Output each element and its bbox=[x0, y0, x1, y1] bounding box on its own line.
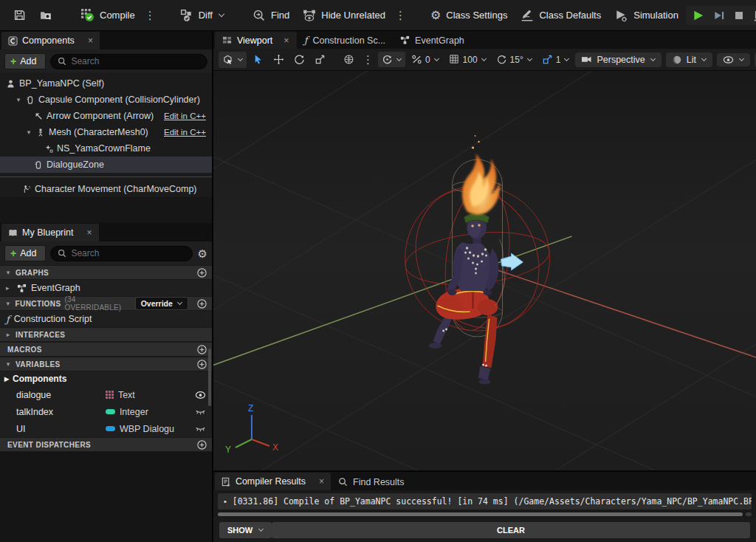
select-tool-button[interactable] bbox=[249, 52, 267, 67]
add-function-icon[interactable] bbox=[196, 298, 207, 309]
save-button[interactable] bbox=[7, 5, 32, 25]
class-settings-label: Class Settings bbox=[446, 10, 507, 21]
viewport-options-menu[interactable]: ⋮ bbox=[360, 54, 376, 65]
tree-row-dialoguezone[interactable]: DialogueZone bbox=[0, 157, 212, 173]
tab-components[interactable]: Components × bbox=[1, 32, 100, 49]
variable-type-label: Text bbox=[118, 390, 135, 400]
tab-viewport[interactable]: Viewport × bbox=[215, 32, 297, 49]
tab-construction-script[interactable]: ƒ Construction Sc... bbox=[297, 32, 393, 49]
variable-name: dialogue bbox=[16, 390, 51, 400]
my-blueprint-tabbar: My Blueprint × bbox=[0, 223, 212, 241]
tab-event-graph[interactable]: EventGraph bbox=[393, 32, 472, 49]
snap-rotate-dropdown[interactable] bbox=[378, 52, 405, 67]
my-blueprint-search[interactable] bbox=[50, 246, 193, 261]
interfaces-section-header[interactable]: ▸ INTERFACES bbox=[0, 327, 212, 342]
tab-my-blueprint[interactable]: My Blueprint × bbox=[1, 224, 99, 241]
tree-row-arrow[interactable]: Arrow Component (Arrow) Edit in C++ bbox=[0, 108, 212, 124]
frame-skip-button[interactable] bbox=[712, 9, 726, 22]
viewport-3d[interactable]: Z X Y bbox=[213, 71, 756, 470]
play-button[interactable] bbox=[692, 9, 705, 22]
tab-find-results[interactable]: Find Results bbox=[331, 473, 411, 490]
variable-visibility[interactable] bbox=[193, 425, 206, 433]
add-component-button[interactable]: + Add bbox=[4, 53, 46, 69]
variable-row-ui[interactable]: UI WBP Dialogu bbox=[0, 420, 212, 437]
event-dispatchers-section-header[interactable]: EVENT DISPATCHERS bbox=[0, 437, 212, 452]
compiler-log-row[interactable]: • [0331.86] Compile of BP_YamaNPC succes… bbox=[218, 493, 752, 510]
tree-row-self[interactable]: BP_YamaNPC (Self) bbox=[0, 75, 212, 92]
compile-button[interactable]: Compile bbox=[75, 4, 141, 26]
variable-row-talkindex[interactable]: talkIndex Integer bbox=[0, 403, 212, 420]
tab-compiler-results[interactable]: Compiler Results × bbox=[215, 473, 331, 490]
blueprint-settings-gear-icon[interactable]: ⚙ bbox=[197, 248, 207, 259]
hide-unrelated-options-menu[interactable]: ⋮ bbox=[393, 10, 408, 21]
variables-components-category[interactable]: ▸ Components bbox=[0, 371, 212, 386]
graphs-section-header[interactable]: ▾ GRAPHS bbox=[0, 265, 212, 280]
compiler-log: • [0331.86] Compile of BP_YamaNPC succes… bbox=[213, 490, 756, 510]
perspective-dropdown[interactable]: Perspective bbox=[575, 52, 661, 67]
tree-label: NS_YamaCrownFlame bbox=[57, 143, 151, 154]
functions-section-header[interactable]: ▾ FUNCTIONS (34 OVERRIDABLE) Override bbox=[0, 296, 212, 311]
text-array-type-icon bbox=[106, 391, 114, 399]
browse-button[interactable] bbox=[33, 5, 58, 25]
stop-button[interactable] bbox=[733, 10, 745, 21]
tree-row-charmove[interactable]: Character Movement (CharMoveComp) bbox=[0, 181, 212, 197]
compile-options-menu[interactable]: ⋮ bbox=[142, 10, 158, 21]
chevron-down-icon bbox=[739, 55, 744, 61]
macros-section-header[interactable]: MACROS bbox=[0, 342, 212, 357]
scale-snapping-button[interactable]: 1 bbox=[538, 52, 574, 67]
variable-row-dialogue[interactable]: dialogue Text bbox=[0, 386, 212, 403]
grid-snapping-button[interactable]: 100 bbox=[445, 52, 490, 67]
my-blueprint-search-input[interactable] bbox=[71, 248, 185, 258]
scale-tool-button[interactable] bbox=[311, 52, 329, 67]
components-search[interactable] bbox=[50, 54, 207, 69]
construction-script-row[interactable]: ƒ Construction Script bbox=[0, 311, 212, 327]
clear-button[interactable]: CLEAR bbox=[272, 522, 750, 538]
show-flags-dropdown[interactable] bbox=[717, 53, 750, 66]
components-search-input[interactable] bbox=[71, 56, 199, 66]
override-dropdown[interactable]: Override bbox=[135, 297, 188, 310]
override-label: Override bbox=[141, 299, 173, 308]
variable-visibility[interactable] bbox=[193, 391, 206, 399]
tree-row-niagara[interactable]: NS_YamaCrownFlame bbox=[0, 140, 212, 157]
class-settings-button[interactable]: ⚙ Class Settings bbox=[425, 6, 513, 25]
find-button[interactable]: Find bbox=[247, 5, 295, 26]
function-icon: ƒ bbox=[304, 35, 308, 46]
my-blueprint-scrollbar[interactable] bbox=[208, 349, 211, 406]
tree-row-capsule[interactable]: ▾ Capsule Component (CollisionCylinder) bbox=[0, 92, 212, 108]
expander-icon[interactable]: ▾ bbox=[15, 96, 22, 103]
surface-snapping-button[interactable]: 0 bbox=[408, 52, 443, 67]
world-coordinate-button[interactable] bbox=[340, 52, 358, 67]
add-blueprint-item-button[interactable]: + Add bbox=[4, 245, 46, 261]
edit-in-cpp-link[interactable]: Edit in C++ bbox=[164, 112, 206, 120]
add-macro-icon[interactable] bbox=[196, 344, 207, 355]
expander-icon[interactable]: ▾ bbox=[25, 128, 32, 136]
variable-visibility[interactable] bbox=[193, 408, 206, 416]
move-tool-button[interactable] bbox=[269, 52, 288, 67]
rotation-snapping-button[interactable]: 15° bbox=[492, 52, 536, 67]
show-filter-dropdown[interactable]: SHOW bbox=[219, 522, 272, 538]
event-graph-row[interactable]: ▸ EventGraph bbox=[0, 280, 212, 296]
selection-mode-dropdown[interactable] bbox=[219, 52, 247, 68]
add-variable-icon[interactable] bbox=[196, 359, 207, 370]
lit-mode-dropdown[interactable]: Lit bbox=[666, 52, 712, 67]
expander-icon[interactable]: ▸ bbox=[6, 284, 13, 292]
edit-in-cpp-link[interactable]: Edit in C++ bbox=[164, 128, 206, 137]
camera-icon bbox=[581, 55, 592, 64]
class-defaults-button[interactable]: Class Defaults bbox=[515, 5, 607, 26]
variables-section-header[interactable]: ▾ VARIABLES bbox=[0, 357, 212, 371]
tree-row-mesh[interactable]: ▾ Mesh (CharacterMesh0) Edit in C++ bbox=[0, 124, 212, 140]
diff-button[interactable]: Diff bbox=[174, 5, 230, 26]
simulation-button[interactable]: Simulation bbox=[608, 5, 684, 26]
cursor-icon bbox=[252, 54, 264, 65]
close-icon[interactable]: × bbox=[319, 476, 324, 487]
tree-separator bbox=[0, 176, 212, 177]
close-icon[interactable]: × bbox=[88, 35, 93, 46]
eject-button[interactable] bbox=[752, 9, 756, 22]
rotate-tool-button[interactable] bbox=[290, 52, 309, 67]
close-icon[interactable]: × bbox=[86, 227, 92, 238]
add-graph-icon[interactable] bbox=[196, 267, 207, 278]
hscrollbar-thumb[interactable] bbox=[218, 512, 743, 516]
close-icon[interactable]: × bbox=[284, 35, 289, 46]
add-event-dispatcher-icon[interactable] bbox=[196, 439, 207, 450]
hide-unrelated-button[interactable]: Hide Unrelated bbox=[297, 5, 391, 26]
